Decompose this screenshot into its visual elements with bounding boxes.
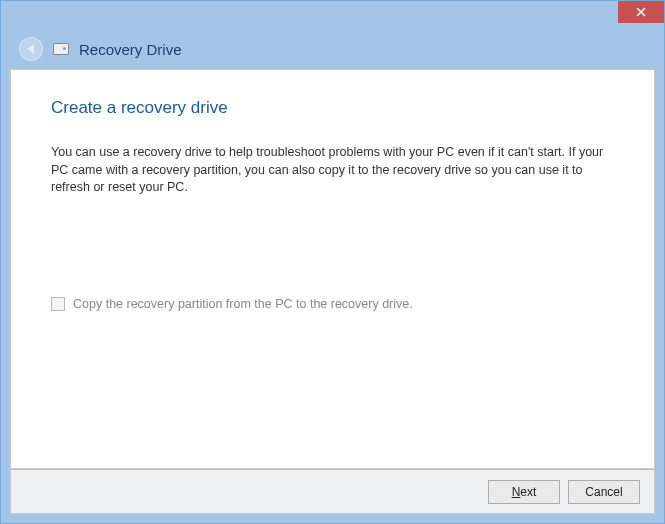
header-bar: Recovery Drive [1, 29, 664, 69]
cancel-button[interactable]: Cancel [568, 480, 640, 504]
footer-bar: Next Cancel [10, 470, 655, 514]
header-title: Recovery Drive [79, 41, 182, 58]
back-button[interactable] [19, 37, 43, 61]
copy-partition-checkbox [51, 297, 65, 311]
copy-partition-label: Copy the recovery partition from the PC … [73, 297, 413, 311]
back-arrow-icon [27, 44, 34, 54]
drive-icon [53, 43, 69, 55]
page-description: You can use a recovery drive to help tro… [51, 144, 614, 197]
content-panel: Create a recovery drive You can use a re… [10, 69, 655, 469]
next-button[interactable]: Next [488, 480, 560, 504]
titlebar [1, 1, 664, 29]
close-button[interactable] [618, 1, 664, 23]
page-title: Create a recovery drive [51, 98, 614, 118]
copy-partition-option: Copy the recovery partition from the PC … [51, 297, 614, 311]
wizard-window: Recovery Drive Create a recovery drive Y… [0, 0, 665, 524]
close-icon [636, 7, 646, 17]
